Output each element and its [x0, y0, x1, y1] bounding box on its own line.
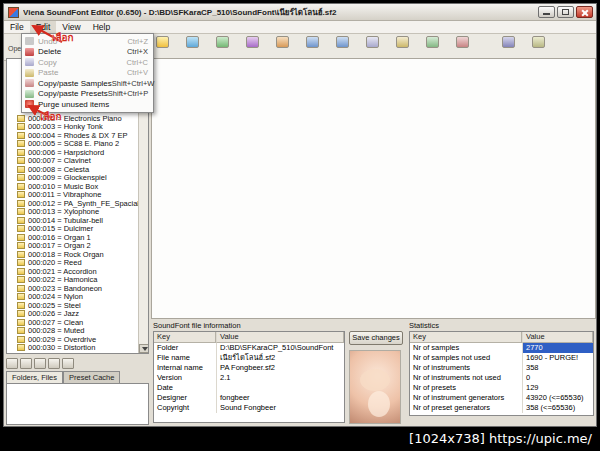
info-table-row[interactable]: Date [154, 383, 344, 393]
preset-tree-item[interactable]: 000:008 = Celesta [7, 165, 148, 174]
preset-tree-item[interactable]: 000:021 = Accordion [7, 267, 148, 276]
preset-icon [17, 259, 25, 266]
info-row-key: Copyright [154, 403, 216, 413]
edit-menu-dropdown: Undo Ctrl+Z Delete Ctrl+X Copy Ctrl+C Pa… [21, 33, 154, 113]
folder-up-icon[interactable] [20, 358, 32, 369]
preset-tree-item[interactable]: 000:020 = Reed [7, 259, 148, 268]
window-title: Viena SoundFont Editor (0.650) - D:\BD\S… [23, 6, 538, 19]
preset-icon [17, 327, 25, 334]
new-folder-icon[interactable] [48, 358, 60, 369]
stats-table-row[interactable]: Nr of presets 129 [410, 383, 593, 393]
edit-menu-item[interactable]: Delete Ctrl+X [22, 47, 153, 58]
titlebar[interactable]: Viena SoundFont Editor (0.650) - D:\BD\S… [4, 4, 596, 21]
files-list-panel[interactable] [6, 383, 149, 425]
preset-tree-item[interactable]: 000:012 = PA_Synth_FE_Spacial [7, 199, 148, 208]
close-button[interactable] [576, 6, 593, 18]
refresh-icon[interactable] [34, 358, 46, 369]
preset-icon [17, 132, 25, 139]
preset-tree-item[interactable]: 000:003 = Honky Tonk [7, 123, 148, 132]
preset-tree-item[interactable]: 000:011 = Vibraphone [7, 191, 148, 200]
minimize-button[interactable] [538, 6, 555, 18]
preset-icon [17, 149, 25, 156]
toolbar-button[interactable]: Setup [493, 34, 523, 60]
preset-tree-item[interactable]: 000:026 = Jazz [7, 310, 148, 319]
stats-table-row[interactable]: Nr of samples not used 1690 - PURGE! [410, 353, 593, 363]
left-panel-tab[interactable]: Folders, Files [6, 371, 63, 383]
stats-table-row[interactable]: Nr of instruments not used 0 [410, 373, 593, 383]
preset-tree-item[interactable]: 000:009 = Glockenspiel [7, 174, 148, 183]
edit-menu-item[interactable]: Copy/paste Presets Shift+Ctrl+P [22, 89, 153, 100]
toolbar-button[interactable]: Copy [357, 34, 387, 60]
preset-tree-item[interactable]: 000:018 = Rock Organ [7, 250, 148, 259]
preset-tree-item[interactable]: 000:010 = Music Box [7, 182, 148, 191]
preset-tree-item[interactable]: 000:002 = Electronics Piano [7, 114, 148, 123]
preset-tree-item[interactable]: 000:013 = Xylophone [7, 208, 148, 217]
stats-value-header[interactable]: Value [522, 332, 593, 343]
info-table-row[interactable]: Folder D:\BD\SFKaraCP_510\SoundFont [154, 343, 344, 353]
menu-item-label: Copy/paste Presets [38, 89, 108, 98]
preset-tree-item[interactable]: 000:006 = Harpsichord [7, 148, 148, 157]
info-value-header[interactable]: Value [216, 332, 344, 343]
menubar-item[interactable]: File [4, 21, 30, 34]
save-changes-button[interactable]: Save changes [349, 331, 403, 345]
preset-tree-item[interactable]: 000:015 = Dulcimer [7, 225, 148, 234]
toolbar-button[interactable]: Input [523, 34, 553, 60]
preset-tree-item[interactable]: 000:004 = Rhodes & DX 7 EP [7, 131, 148, 140]
toolbar-button[interactable]: Copy Smpls [447, 34, 477, 60]
preset-icon [17, 276, 25, 283]
edit-menu-item[interactable]: Copy Ctrl+C [22, 57, 153, 68]
preset-tree-item[interactable]: 000:024 = Nylon [7, 293, 148, 302]
preset-label: 000:006 = Harpsichord [28, 148, 104, 157]
preset-tree-item[interactable]: 000:030 = Distortion [7, 344, 148, 353]
edit-menu-item[interactable]: Copy/paste Samples Shift+Ctrl+W [22, 78, 153, 89]
stats-table-row[interactable]: Nr of preset generators 358 (<=65536) [410, 403, 593, 413]
info-table-row[interactable]: Version 2.1 [154, 373, 344, 383]
scroll-down-icon[interactable] [139, 344, 149, 353]
toolbar-button[interactable]: Add Smpl [177, 34, 207, 60]
menubar-item[interactable]: Help [87, 21, 116, 34]
new-instr-icon [156, 36, 169, 48]
info-table-row[interactable]: File name เนียร์ไดโลนฮ์.sf2 [154, 353, 344, 363]
toolbar-button[interactable]: Paste [387, 34, 417, 60]
preset-tree-item[interactable]: 000:007 = Clavinet [7, 157, 148, 166]
preset-tree-item[interactable]: 000:016 = Organ 1 [7, 233, 148, 242]
preset-tree-item[interactable]: 000:017 = Organ 2 [7, 242, 148, 251]
preset-tree-item[interactable]: 000:014 = Tubular-bell [7, 216, 148, 225]
preset-tree-item[interactable]: 000:023 = Bandoneon [7, 284, 148, 293]
menubar-item[interactable]: View [56, 21, 86, 34]
stats-table-row[interactable]: Nr of samples 2770 [410, 343, 593, 353]
stats-key-header[interactable]: Key [410, 332, 522, 343]
maximize-button[interactable] [557, 6, 574, 18]
preset-tree-item[interactable]: 000:029 = Overdrive [7, 335, 148, 344]
edit-menu-item[interactable]: Undo Ctrl+Z [22, 36, 153, 47]
preset-tree-item[interactable]: 000:005 = SC88 E. Piano 2 [7, 140, 148, 149]
toolbar-button[interactable]: All Splits [267, 34, 297, 60]
preset-label: 000:009 = Glockenspiel [28, 174, 107, 183]
preset-label: 000:018 = Rock Organ [28, 250, 104, 259]
info-key-header[interactable]: Key [154, 332, 216, 343]
edit-menu-item[interactable]: Paste Ctrl+V [22, 68, 153, 79]
list-view-icon[interactable] [62, 358, 74, 369]
edit-menu-item[interactable]: Purge unused items [22, 99, 153, 110]
left-panel-tab[interactable]: Preset Cache [63, 371, 120, 383]
toolbar-button[interactable]: New Split [237, 34, 267, 60]
preset-tree-item[interactable]: 000:028 = Muted [7, 327, 148, 336]
clipped-toolbar-label: Ope [8, 45, 21, 52]
info-table-row[interactable]: Internal name PA Fongbeer.sf2 [154, 363, 344, 373]
menu-item-shortcut: Ctrl+V [127, 68, 148, 77]
preset-tree-item[interactable]: 000:025 = Steel [7, 301, 148, 310]
preset-tree-item[interactable]: 000:027 = Clean [7, 318, 148, 327]
info-table-row[interactable]: Designer fongbeer [154, 393, 344, 403]
preset-icon [17, 336, 25, 343]
preset-icon [17, 302, 25, 309]
toolbar-button[interactable]: Go next [327, 34, 357, 60]
toolbar-button[interactable]: Copy Prsts [417, 34, 447, 60]
stats-table-row[interactable]: Nr of instrument generators 43920 (<=655… [410, 393, 593, 403]
preset-tree-item[interactable]: 000:022 = Hamonica [7, 276, 148, 285]
menubar-item[interactable]: Edit [30, 21, 57, 34]
stats-table-row[interactable]: Nr of instruments 358 [410, 363, 593, 373]
toolbar-button[interactable]: Go back [297, 34, 327, 60]
toolbar-button[interactable]: New Layer [207, 34, 237, 60]
drive-icon[interactable] [6, 358, 18, 369]
info-table-row[interactable]: Copyright Sound Fongbeer [154, 403, 344, 413]
